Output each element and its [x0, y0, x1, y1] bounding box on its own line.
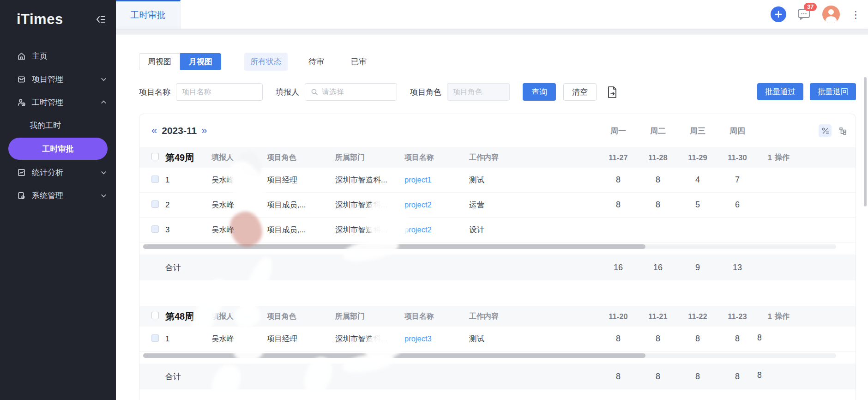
- hours-cell: 5: [678, 200, 717, 210]
- search-button[interactable]: 查询: [523, 83, 556, 101]
- total-hours-cell: 16: [598, 263, 638, 273]
- checkbox-cell: [139, 312, 165, 321]
- project-link[interactable]: project2: [404, 200, 469, 209]
- clear-button[interactable]: 清空: [563, 83, 597, 101]
- reporter-select-input[interactable]: [322, 88, 391, 96]
- calendar-header: « 2023-11 » 周一 周二 周三 周四: [139, 118, 856, 144]
- app-logo: iTimes: [17, 11, 63, 28]
- status-filter-reviewed[interactable]: 已审: [345, 53, 373, 71]
- tab-timesheet-approval[interactable]: 工时审批: [116, 0, 181, 29]
- prev-month-button[interactable]: «: [151, 126, 157, 136]
- project-role-label: 项目角色: [410, 87, 441, 97]
- timesheet-card: « 2023-11 » 周一 周二 周三 周四 第49周填报人项目角色所属部门项…: [139, 114, 856, 400]
- batch-approve-button[interactable]: 批量通过: [757, 83, 803, 100]
- batch-reject-button[interactable]: 批量退回: [810, 83, 856, 100]
- sidebar-collapse-icon[interactable]: [96, 15, 106, 24]
- column-header: 所属部门: [335, 312, 404, 321]
- select-all-checkbox[interactable]: [151, 312, 159, 319]
- month-view-button[interactable]: 月视图: [180, 53, 221, 70]
- row-checkbox[interactable]: [151, 334, 159, 342]
- horizontal-scrollbar: [139, 242, 856, 251]
- total-hours-cell: 8: [678, 372, 717, 382]
- sidebar-subitem-label: 我的工时: [30, 120, 61, 131]
- status-filter-pending[interactable]: 待审: [302, 53, 330, 71]
- total-row: 合计88888: [139, 364, 856, 389]
- sidebar-item-system-mgmt[interactable]: 系统管理: [0, 184, 116, 207]
- date-column-header: 11-28: [638, 153, 678, 162]
- date-column-header: 11-22: [678, 312, 717, 321]
- week-header-row: 第48周填报人项目角色所属部门项目名称工作内容11-2011-2111-2211…: [139, 306, 856, 327]
- select-all-checkbox[interactable]: [151, 153, 159, 160]
- project-role-input-wrap: [447, 83, 510, 101]
- main-content: 周视图 月视图 所有状态 待审 已审 项目名称 填报人 项目角色 查询 清空: [116, 29, 868, 400]
- row-checkbox[interactable]: [151, 176, 159, 183]
- percent-view-icon[interactable]: [819, 124, 832, 137]
- total-hours-cell: 13: [717, 263, 757, 273]
- column-header: 项目角色: [267, 312, 335, 321]
- hours-cell: 8: [598, 334, 638, 344]
- sidebar-item-statistics[interactable]: 统计分析: [0, 161, 116, 184]
- project-role-input[interactable]: [453, 88, 504, 96]
- messages-button[interactable]: 37: [797, 8, 811, 21]
- hours-cell: 8: [598, 200, 638, 210]
- kebab-menu-icon[interactable]: ⋮: [851, 10, 861, 19]
- vertical-scrollbar[interactable]: [864, 77, 867, 206]
- status-filter-all[interactable]: 所有状态: [244, 53, 288, 71]
- reporter-name: 吴水峰: [211, 175, 267, 185]
- hours-cell: 8: [598, 175, 638, 185]
- table-row: 1吴水峰项目经理深圳市智造科...project3测试88888: [139, 327, 856, 352]
- search-icon: [311, 88, 318, 96]
- next-month-button[interactable]: »: [201, 126, 207, 136]
- project-link[interactable]: project2: [404, 225, 469, 234]
- table-row: 3吴水峰项目成员,...深圳市智造科...project2设计: [139, 218, 856, 242]
- column-header: 填报人: [211, 312, 267, 321]
- sidebar-item-project-mgmt[interactable]: 项目管理: [0, 67, 116, 91]
- tree-view-icon[interactable]: [836, 124, 849, 137]
- work-content: 测试: [469, 175, 598, 185]
- total-hours-cell: 16: [638, 263, 678, 273]
- department: 深圳市智造科...: [335, 200, 404, 210]
- week-label: 第49周: [165, 152, 211, 164]
- action-column-header: 操作: [773, 153, 856, 163]
- sidebar-item-home[interactable]: 主页: [0, 44, 116, 67]
- week-view-button[interactable]: 周视图: [139, 53, 180, 70]
- reporter-name: 吴水峰: [211, 225, 267, 235]
- project-icon: [17, 74, 26, 84]
- row-index: 1: [165, 176, 211, 185]
- sidebar-item-label: 工时管理: [32, 97, 95, 108]
- row-checkbox[interactable]: [151, 225, 159, 233]
- reporter-select[interactable]: [305, 83, 397, 101]
- total-label: 合计: [165, 262, 211, 273]
- project-link[interactable]: project3: [404, 334, 469, 343]
- sidebar-item-label: 主页: [32, 51, 107, 61]
- scrollbar-thumb[interactable]: [143, 244, 645, 249]
- project-link[interactable]: project1: [404, 176, 469, 184]
- sidebar-item-timesheet-approval[interactable]: 工时审批: [8, 138, 108, 160]
- add-button[interactable]: [771, 6, 786, 22]
- weekday-label: 周二: [638, 126, 678, 136]
- project-role: 项目经理: [267, 175, 335, 185]
- checkbox-cell: [139, 200, 165, 210]
- table-row: 1吴水峰项目经理深圳市智造科...project1测试8847: [139, 168, 856, 193]
- column-header: 项目名称: [404, 153, 469, 163]
- row-index: 1: [165, 334, 211, 344]
- row-checkbox[interactable]: [151, 200, 159, 208]
- reporter-name: 吴水峰: [211, 334, 267, 344]
- weeks-container: 第49周填报人项目角色所属部门项目名称工作内容11-2711-2811-2911…: [139, 147, 856, 400]
- clipped-date-column: 1: [757, 312, 773, 321]
- weekday-label: 周一: [598, 126, 638, 136]
- date-column-header: 11-27: [598, 153, 638, 162]
- export-file-icon[interactable]: [607, 86, 618, 98]
- divider: [116, 29, 868, 35]
- sidebar-item-label: 项目管理: [32, 74, 95, 85]
- total-hours-cell: 8: [717, 372, 757, 382]
- sidebar-item-label: 系统管理: [32, 190, 95, 201]
- scrollbar-thumb[interactable]: [143, 353, 645, 358]
- project-role: 项目成员,...: [267, 200, 335, 210]
- sidebar-item-my-timesheet[interactable]: 我的工时: [0, 114, 116, 137]
- sidebar-item-time-mgmt[interactable]: 工时管理: [0, 91, 116, 114]
- avatar[interactable]: [822, 6, 840, 23]
- date-column-header: 11-30: [717, 153, 757, 162]
- project-name-input[interactable]: [182, 88, 257, 96]
- column-header: 项目名称: [404, 312, 469, 321]
